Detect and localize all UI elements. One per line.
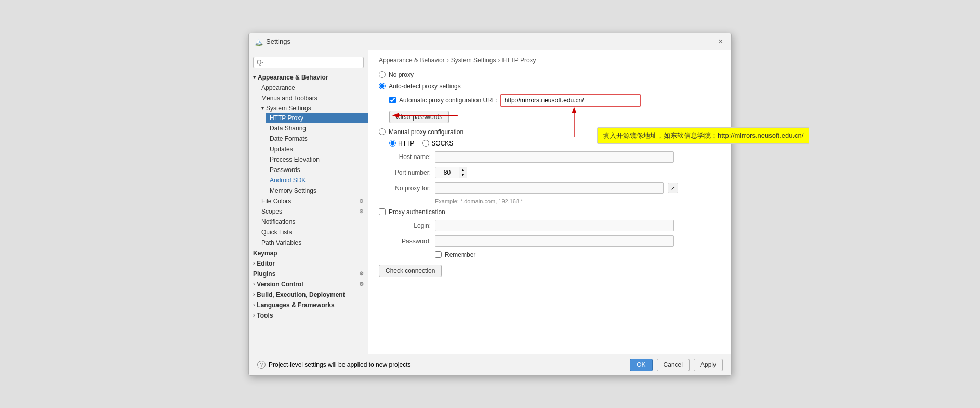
no-proxy-for-input[interactable] <box>435 182 664 194</box>
login-input[interactable] <box>435 220 674 231</box>
port-up-button[interactable]: ▲ <box>459 167 467 173</box>
no-proxy-label[interactable]: No proxy <box>389 71 414 78</box>
chevron-down-icon: ▾ <box>261 105 264 111</box>
proxy-auth-label[interactable]: Proxy authentication <box>389 208 445 216</box>
sidebar-item-data-sharing[interactable]: Data Sharing <box>266 123 368 134</box>
footer-buttons: OK Cancel Apply <box>630 359 723 371</box>
settings-icon-plugins: ⚙ <box>359 271 364 277</box>
sidebar-item-system-settings[interactable]: ▾ System Settings <box>257 103 368 113</box>
socks-radio-label[interactable]: SOCKS <box>422 140 453 147</box>
sidebar-item-updates[interactable]: Updates <box>266 144 368 154</box>
help-icon[interactable]: ? <box>257 361 266 369</box>
sidebar-item-passwords[interactable]: Passwords <box>266 165 368 175</box>
http-radio[interactable] <box>389 140 396 147</box>
host-label: Host name: <box>379 153 431 161</box>
sidebar-item-keymap[interactable]: Keymap <box>249 248 368 258</box>
auto-detect-label[interactable]: Auto-detect proxy settings <box>389 83 461 90</box>
dialog-title: Settings <box>266 37 290 45</box>
breadcrumb-arrow2: › <box>498 57 500 64</box>
login-label: Login: <box>379 222 431 229</box>
annotation-text: 填入开源镜像地址，如东软信息学院：http://mirrors.neusoft.… <box>603 131 803 139</box>
no-proxy-for-row: No proxy for: ↗ <box>379 182 721 194</box>
port-input[interactable] <box>435 167 459 178</box>
port-down-button[interactable]: ▼ <box>459 173 467 178</box>
manual-proxy-radio[interactable] <box>379 128 386 135</box>
sidebar-item-scopes[interactable]: Scopes ⚙ <box>257 206 368 217</box>
chevron-right-icon4: › <box>253 302 255 308</box>
sidebar-item-menus-toolbars[interactable]: Menus and Toolbars <box>257 93 368 103</box>
subgroup-label: System Settings <box>266 104 311 112</box>
auto-config-url-input[interactable] <box>500 94 641 107</box>
dialog-footer: ? Project-level settings will be applied… <box>249 354 731 375</box>
http-radio-label[interactable]: HTTP <box>389 140 414 147</box>
chevron-right-icon3: › <box>253 292 255 297</box>
no-proxy-row: No proxy <box>379 71 721 78</box>
port-spinner: ▲ ▼ <box>435 167 467 178</box>
sidebar-item-path-variables[interactable]: Path Variables <box>257 238 368 248</box>
breadcrumb: Appearance & Behavior › System Settings … <box>379 57 721 64</box>
main-content: Appearance & Behavior › System Settings … <box>368 50 731 354</box>
clear-passwords-section: Clear passwords <box>389 111 721 123</box>
version-control-label: Version Control <box>257 281 303 288</box>
auto-detect-radio[interactable] <box>379 83 386 89</box>
host-row: Host name: <box>379 151 721 163</box>
expand-button[interactable]: ↗ <box>668 183 678 193</box>
sidebar-item-quick-lists[interactable]: Quick Lists <box>257 227 368 238</box>
sidebar-item-memory-settings[interactable]: Memory Settings <box>266 186 368 196</box>
auto-config-label[interactable]: Automatic proxy configuration URL: <box>399 97 497 104</box>
manual-proxy-label[interactable]: Manual proxy configuration <box>389 128 463 136</box>
check-connection-button[interactable]: Check connection <box>379 265 442 277</box>
settings-dialog: 🏔️ Settings × ▾ Appearance & Behavior Ap… <box>248 33 732 376</box>
sidebar-item-file-colors[interactable]: File Colors ⚙ <box>257 196 368 206</box>
plugins-label: Plugins <box>253 270 275 278</box>
sidebar-item-appearance-behavior[interactable]: ▾ Appearance & Behavior <box>249 72 368 83</box>
breadcrumb-part2: System Settings <box>451 57 496 64</box>
apply-button[interactable]: Apply <box>694 359 723 371</box>
no-proxy-for-label: No proxy for: <box>379 185 431 192</box>
cancel-button[interactable]: Cancel <box>657 359 690 371</box>
tools-label: Tools <box>257 312 273 319</box>
chevron-right-icon5: › <box>253 312 255 318</box>
settings-icon-small2: ⚙ <box>359 208 364 214</box>
no-proxy-radio[interactable] <box>379 71 386 78</box>
sidebar-item-android-sdk[interactable]: Android SDK <box>266 175 368 186</box>
sidebar-item-process-elevation[interactable]: Process Elevation <box>266 154 368 165</box>
chevron-down-icon: ▾ <box>253 74 256 80</box>
auto-config-checkbox[interactable] <box>389 97 396 103</box>
proxy-auth-row: Proxy authentication <box>379 208 721 216</box>
dialog-body: ▾ Appearance & Behavior Appearance Menus… <box>249 50 731 354</box>
search-input[interactable] <box>253 57 364 68</box>
sidebar-item-tools[interactable]: › Tools <box>249 310 368 321</box>
remember-checkbox[interactable] <box>435 251 442 258</box>
close-button[interactable]: × <box>716 36 726 47</box>
settings-icon-vc: ⚙ <box>359 281 364 287</box>
proxy-auth-checkbox[interactable] <box>379 208 386 215</box>
host-input[interactable] <box>435 151 674 163</box>
group-label: Appearance & Behavior <box>258 74 328 81</box>
auto-config-row: Automatic proxy configuration URL: <box>389 94 721 107</box>
sidebar-item-http-proxy[interactable]: HTTP Proxy <box>266 113 368 123</box>
ok-button[interactable]: OK <box>630 359 652 371</box>
clear-passwords-button[interactable]: Clear passwords <box>389 111 449 123</box>
settings-icon: 🏔️ <box>254 37 263 46</box>
sidebar-item-date-formats[interactable]: Date Formats <box>266 134 368 144</box>
sidebar-item-notifications[interactable]: Notifications <box>257 217 368 227</box>
sidebar-item-languages-frameworks[interactable]: › Languages & Frameworks <box>249 300 368 310</box>
sidebar-item-build-execution[interactable]: › Build, Execution, Deployment <box>249 289 368 300</box>
password-input[interactable] <box>435 235 674 247</box>
password-row: Password: <box>379 235 721 247</box>
sidebar: ▾ Appearance & Behavior Appearance Menus… <box>249 50 368 354</box>
check-connection-section: Check connection <box>379 265 721 277</box>
sidebar-item-editor[interactable]: › Editor <box>249 258 368 269</box>
editor-label: Editor <box>257 260 275 267</box>
socks-radio[interactable] <box>422 140 429 147</box>
login-row: Login: <box>379 220 721 231</box>
remember-label[interactable]: Remember <box>445 251 475 258</box>
sidebar-item-appearance[interactable]: Appearance <box>257 83 368 93</box>
port-label: Port number: <box>379 169 431 176</box>
sidebar-item-version-control[interactable]: › Version Control ⚙ <box>249 279 368 289</box>
annotation-box: 填入开源镜像地址，如东软信息学院：http://mirrors.neusoft.… <box>597 127 809 144</box>
sidebar-item-plugins[interactable]: Plugins ⚙ <box>249 269 368 279</box>
breadcrumb-arrow1: › <box>447 57 449 64</box>
tree-children-appearance: Appearance Menus and Toolbars ▾ System S… <box>249 83 368 248</box>
